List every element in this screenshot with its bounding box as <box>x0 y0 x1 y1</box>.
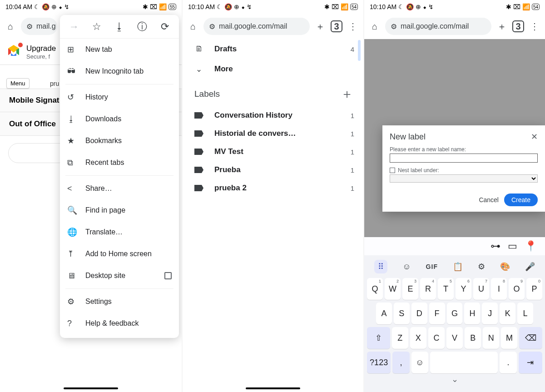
key-u[interactable]: U7 <box>473 278 489 300</box>
home-icon[interactable]: ⌂ <box>187 20 199 32</box>
menu-item-new-tab[interactable]: ⊞New tab <box>60 39 179 60</box>
key-h[interactable]: H <box>464 303 480 324</box>
key-y[interactable]: Y6 <box>456 278 471 300</box>
key-j[interactable]: J <box>482 303 498 324</box>
key-a[interactable]: A <box>376 303 392 324</box>
sticker-icon[interactable]: ☺ <box>402 262 411 272</box>
enter-key[interactable]: ⇥ <box>519 352 542 373</box>
gesture-bar[interactable] <box>246 387 300 389</box>
menu-item-downloads[interactable]: ⭳Downloads <box>60 108 179 130</box>
key-k[interactable]: K <box>500 303 515 324</box>
menu-item-translate-[interactable]: 🌐Translate… <box>60 221 179 243</box>
key-l[interactable]: L <box>517 303 533 324</box>
create-button[interactable]: Create <box>504 194 538 206</box>
nest-checkbox[interactable] <box>390 168 395 173</box>
key-n[interactable]: N <box>483 327 499 349</box>
label-row[interactable]: Prueba1 <box>184 161 363 179</box>
emoji-key[interactable]: ☺ <box>411 352 428 373</box>
key-r[interactable]: R4 <box>420 278 436 300</box>
menu-item-new-incognito-tab[interactable]: 🕶New Incognito tab <box>60 60 179 82</box>
label-icon <box>194 130 203 137</box>
card-icon[interactable]: ▭ <box>508 240 517 252</box>
key-z[interactable]: Z <box>392 327 408 349</box>
label-row[interactable]: MV Test1 <box>184 143 363 161</box>
forward-icon[interactable]: → <box>67 21 81 33</box>
key-p[interactable]: P0 <box>526 278 542 300</box>
key-v[interactable]: V <box>446 327 463 349</box>
comma-key[interactable]: , <box>392 352 409 373</box>
menu-item-help-feedback[interactable]: ?Help & feedback <box>60 313 179 334</box>
cancel-button[interactable]: Cancel <box>479 196 499 203</box>
menu-item-share-[interactable]: <Share… <box>60 178 179 199</box>
location-icon[interactable]: 📍 <box>525 240 537 252</box>
key-w[interactable]: W2 <box>385 278 401 300</box>
kbd-menu-icon[interactable]: ⠿ <box>374 260 387 273</box>
label-row[interactable]: Conversation History1 <box>184 106 363 124</box>
key-d[interactable]: D <box>411 303 427 324</box>
symbols-key[interactable]: ?123 <box>367 352 391 373</box>
key-e[interactable]: E3 <box>402 278 418 300</box>
gesture-bar[interactable] <box>64 387 118 389</box>
kbd-settings-icon[interactable]: ⚙ <box>478 262 485 272</box>
url-bar[interactable]: ⚙mail.google.com/mail <box>203 18 310 35</box>
download-icon[interactable]: ⭳ <box>113 21 126 33</box>
space-key[interactable] <box>430 352 498 373</box>
dialog-prompt: Please enter a new label name: <box>390 146 538 153</box>
home-icon[interactable]: ⌂ <box>369 20 381 32</box>
label-row[interactable]: prueba 21 <box>184 179 363 197</box>
menu-item-add-to-home-screen[interactable]: ⤒Add to Home screen <box>60 243 179 265</box>
gif-icon[interactable]: GIF <box>426 263 438 270</box>
browser-toolbar: ⌂ ⚙mail.google.com/mail ＋ 3 ⋮ <box>364 14 545 39</box>
nav-more[interactable]: ⌄More <box>184 59 363 79</box>
period-key[interactable]: . <box>500 352 516 373</box>
backspace-key[interactable]: ⌫ <box>519 327 542 349</box>
url-bar[interactable]: ⚙mail.g <box>21 18 57 35</box>
info-icon[interactable]: ⓘ <box>135 20 149 34</box>
tab-switcher[interactable]: 3 <box>331 20 342 32</box>
key-o[interactable]: O9 <box>509 278 525 300</box>
chrome-overflow-menu: → ☆ ⭳ ⓘ ⟳ ⊞New tab🕶New Incognito tab↺His… <box>60 15 179 338</box>
key-t[interactable]: T5 <box>438 278 454 300</box>
clipboard-icon[interactable]: 📋 <box>453 262 463 272</box>
overflow-menu-icon[interactable]: ⋮ <box>347 20 359 32</box>
desktop-site-checkbox[interactable] <box>164 272 172 279</box>
key-i[interactable]: I8 <box>491 278 507 300</box>
add-label-icon[interactable]: ＋ <box>341 85 353 103</box>
key-x[interactable]: X <box>410 327 426 349</box>
key-c[interactable]: C <box>428 327 445 349</box>
menu-chip[interactable]: Menu <box>6 78 30 89</box>
menu-item-bookmarks[interactable]: ★Bookmarks <box>60 130 179 152</box>
collapse-keyboard-icon[interactable]: ⌄ <box>367 373 542 385</box>
key-g[interactable]: G <box>447 303 463 324</box>
key-q[interactable]: Q1 <box>367 278 383 300</box>
menu-item-find-in-page[interactable]: 🔍Find in page <box>60 199 179 221</box>
menu-item-settings[interactable]: ⚙Settings <box>60 291 179 313</box>
new-tab-icon[interactable]: ＋ <box>496 20 508 32</box>
browser-toolbar: ⌂ ⚙mail.google.com/mail ＋ 3 ⋮ <box>183 14 363 39</box>
overflow-menu-icon[interactable]: ⋮ <box>529 20 540 32</box>
label-name-input[interactable] <box>390 154 538 163</box>
menu-item-desktop-site[interactable]: 🖥Desktop site <box>60 265 179 287</box>
shift-key[interactable]: ⇧ <box>367 327 390 349</box>
key-f[interactable]: F <box>429 303 445 324</box>
mic-icon[interactable]: 🎤 <box>525 262 535 272</box>
menu-item-history[interactable]: ↺History <box>60 86 179 108</box>
label-icon <box>194 112 203 119</box>
tab-switcher[interactable]: 3 <box>512 20 524 32</box>
palette-icon[interactable]: 🎨 <box>500 262 510 272</box>
label-row[interactable]: Historial de convers…1 <box>184 124 363 143</box>
home-icon[interactable]: ⌂ <box>5 20 16 32</box>
menu-item-recent-tabs[interactable]: ⧉Recent tabs <box>60 152 179 174</box>
key-m[interactable]: M <box>501 327 517 349</box>
key-s[interactable]: S <box>394 303 410 324</box>
new-tab-icon[interactable]: ＋ <box>314 20 326 32</box>
url-bar[interactable]: ⚙mail.google.com/mail <box>385 18 491 35</box>
nav-drafts[interactable]: 🗎Drafts4 <box>184 39 363 59</box>
reload-icon[interactable]: ⟳ <box>158 21 172 33</box>
key-b[interactable]: B <box>465 327 481 349</box>
star-icon[interactable]: ☆ <box>90 21 104 33</box>
password-key-icon[interactable]: ⊶ <box>490 240 500 252</box>
label-icon <box>194 185 203 191</box>
nest-parent-select[interactable] <box>390 174 538 183</box>
close-icon[interactable]: ✕ <box>531 132 538 142</box>
